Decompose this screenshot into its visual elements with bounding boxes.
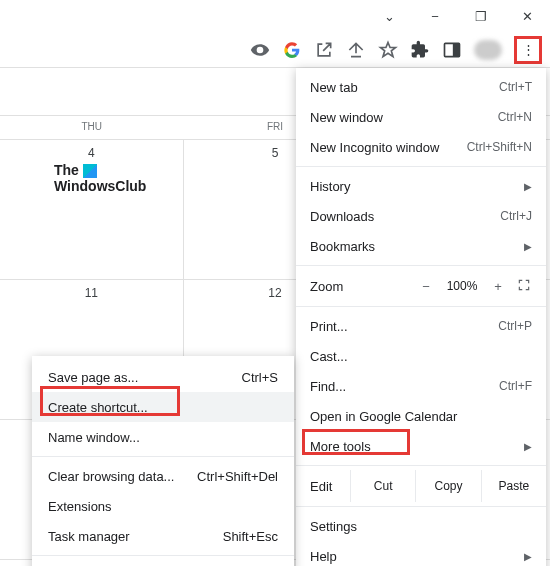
menu-cast[interactable]: Cast... (296, 341, 546, 371)
open-external-icon[interactable] (314, 40, 334, 60)
submenu-clear-browsing-data[interactable]: Clear browsing data...Ctrl+Shift+Del (32, 461, 294, 491)
extensions-puzzle-icon[interactable] (410, 40, 430, 60)
sidepanel-icon[interactable] (442, 40, 462, 60)
menu-settings[interactable]: Settings (296, 511, 546, 541)
menu-edit-row: Edit Cut Copy Paste (296, 470, 546, 502)
svg-rect-1 (453, 43, 460, 56)
zoom-label: Zoom (310, 279, 412, 294)
eye-icon[interactable] (250, 40, 270, 60)
submenu-developer-tools[interactable]: Developer toolsCtrl+Shift+I (32, 560, 294, 566)
menu-bookmarks[interactable]: Bookmarks▶ (296, 231, 546, 261)
more-tools-submenu: Save page as...Ctrl+S Create shortcut...… (32, 356, 294, 566)
submenu-task-manager[interactable]: Task managerShift+Esc (32, 521, 294, 551)
profile-avatar[interactable] (474, 40, 502, 60)
minimize-button[interactable]: − (412, 0, 458, 32)
menu-find[interactable]: Find...Ctrl+F (296, 371, 546, 401)
paste-button[interactable]: Paste (481, 470, 546, 502)
menu-open-in-app[interactable]: Open in Google Calendar (296, 401, 546, 431)
zoom-value: 100% (440, 279, 484, 293)
submenu-save-page[interactable]: Save page as...Ctrl+S (32, 362, 294, 392)
cut-button[interactable]: Cut (350, 470, 415, 502)
share-icon[interactable] (346, 40, 366, 60)
tab-dropdown-icon[interactable]: ⌄ (366, 0, 412, 32)
menu-print[interactable]: Print...Ctrl+P (296, 311, 546, 341)
menu-new-window[interactable]: New windowCtrl+N (296, 102, 546, 132)
menu-zoom-row: Zoom − 100% + (296, 270, 546, 302)
google-icon[interactable] (282, 40, 302, 60)
close-window-button[interactable]: ✕ (504, 0, 550, 32)
menu-new-incognito[interactable]: New Incognito windowCtrl+Shift+N (296, 132, 546, 162)
chrome-main-menu: New tabCtrl+T New windowCtrl+N New Incog… (296, 68, 546, 566)
submenu-create-shortcut[interactable]: Create shortcut... (32, 392, 294, 422)
browser-toolbar: ⋮ (0, 32, 550, 68)
menu-downloads[interactable]: DownloadsCtrl+J (296, 201, 546, 231)
chrome-menu-button[interactable]: ⋮ (514, 36, 542, 64)
watermark-logo: The WindowsClub (54, 162, 146, 194)
copy-button[interactable]: Copy (415, 470, 480, 502)
window-titlebar: ⌄ − ❐ ✕ (0, 0, 550, 32)
fullscreen-icon[interactable] (512, 278, 536, 295)
menu-new-tab[interactable]: New tabCtrl+T (296, 72, 546, 102)
menu-more-tools[interactable]: More tools▶ (296, 431, 546, 461)
edit-label: Edit (310, 479, 350, 494)
star-icon[interactable] (378, 40, 398, 60)
submenu-name-window[interactable]: Name window... (32, 422, 294, 452)
calendar-cell[interactable]: 4 (0, 140, 184, 279)
zoom-out-button[interactable]: − (412, 279, 440, 294)
day-header: THU (0, 116, 183, 139)
menu-history[interactable]: History▶ (296, 171, 546, 201)
menu-help[interactable]: Help▶ (296, 541, 546, 566)
zoom-in-button[interactable]: + (484, 279, 512, 294)
maximize-button[interactable]: ❐ (458, 0, 504, 32)
submenu-extensions[interactable]: Extensions (32, 491, 294, 521)
